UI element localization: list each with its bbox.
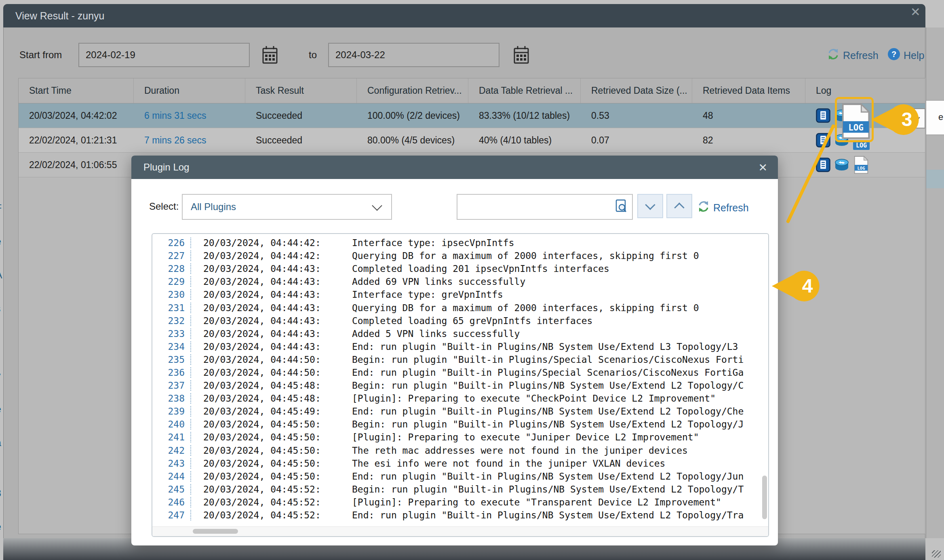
annotation-step-3: 3: [870, 101, 930, 138]
help-button[interactable]: ? Help: [887, 48, 924, 63]
cell-start_time: 22/02/2024, 01:06:55: [19, 153, 134, 177]
log-line-content: 20/03/2024, 04:44:43:Added 69 VPN links …: [190, 276, 768, 287]
horizontal-scrollbar[interactable]: [152, 526, 768, 536]
log-line-content: 20/03/2024, 04:44:43:End: run plugin "Bu…: [190, 341, 768, 352]
horizontal-scrollbar-thumb[interactable]: [193, 529, 238, 534]
close-icon[interactable]: ✕: [758, 161, 767, 174]
log-line-number: 235: [152, 354, 185, 365]
log-line-number: 247: [152, 510, 185, 520]
plugin-log-modal: Plugin Log ✕ Select: All Plugins Refresh…: [131, 156, 778, 545]
to-label: to: [309, 49, 317, 61]
log-line-content: 20/03/2024, 04:44:50:Begin: run plugin "…: [190, 354, 768, 365]
cell-config_retrieval: 80.00% (4/5 devices): [357, 128, 468, 152]
log-line: 24120/03/2024, 04:45:50:[Plugin]: Prepar…: [152, 431, 768, 444]
refresh-label: Refresh: [843, 50, 879, 61]
log-line-number: 245: [152, 484, 185, 495]
log-line: 23320/03/2024, 04:44:43:Added 5 VPN link…: [152, 327, 768, 340]
log-line-number: 242: [152, 445, 185, 456]
help-label: Help: [904, 50, 924, 61]
background-text-fragment: y: [0, 371, 4, 381]
log-line-content: 20/03/2024, 04:45:50:The reth mac addres…: [190, 445, 768, 456]
cell-config_retrieval: 100.00% (2/2 devices): [357, 103, 468, 128]
find-next-button[interactable]: [637, 194, 663, 218]
background-text-fragment: a: [0, 438, 4, 448]
calendar-icon[interactable]: [262, 45, 278, 66]
log-line-number: 238: [152, 393, 185, 404]
modal-refresh-label: Refresh: [713, 202, 749, 214]
background-text-fragment: A: [0, 270, 4, 281]
log-line: 23620/03/2024, 04:44:50:End: run plugin …: [152, 366, 768, 379]
svg-text:LOG: LOG: [848, 123, 864, 133]
refresh-button[interactable]: Refresh: [827, 48, 879, 63]
log-line-content: 20/03/2024, 04:44:43:Interface type: gre…: [190, 289, 768, 300]
column-header[interactable]: Task Result: [245, 78, 357, 103]
log-line-content: 20/03/2024, 04:45:52:[Plugin]: Preparing…: [190, 497, 768, 507]
background-text-fragment: s: [0, 303, 4, 314]
background-text-fragment: t: [0, 337, 4, 348]
log-line: 24020/03/2024, 04:45:50:Begin: run plugi…: [152, 418, 768, 431]
log-file-icon[interactable]: LOG: [853, 156, 869, 174]
find-previous-button[interactable]: [666, 194, 692, 218]
log-line-content: 20/03/2024, 04:45:50:The esi info were n…: [190, 458, 768, 469]
background-text-fragment: e: [0, 404, 4, 415]
column-header[interactable]: Retrieved Data Size (...: [581, 78, 692, 103]
step-3-number: 3: [902, 109, 912, 130]
start-date-field[interactable]: [78, 43, 250, 67]
modal-refresh-button[interactable]: Refresh: [697, 200, 749, 215]
calendar-icon[interactable]: [513, 45, 529, 66]
table-header-row: Start TimeDurationTask ResultConfigurati…: [19, 78, 925, 103]
log-line: 23220/03/2024, 04:44:43:Completed loadin…: [152, 314, 768, 327]
log-line-content: 20/03/2024, 04:44:42:Querying DB for a m…: [190, 251, 768, 261]
column-header[interactable]: Retrieved Data Items: [692, 78, 805, 103]
log-line: 24420/03/2024, 04:45:50:End: run plugin …: [152, 470, 768, 483]
vertical-scrollbar-thumb[interactable]: [762, 476, 767, 519]
resize-grip[interactable]: [932, 550, 941, 558]
log-line-content: 20/03/2024, 04:44:50:End: run plugin "Bu…: [190, 367, 768, 378]
column-header[interactable]: Start Time: [19, 78, 134, 103]
log-line-content: 20/03/2024, 04:45:49:End: run plugin "Bu…: [190, 406, 768, 417]
plugin-log-title: Plugin Log: [143, 162, 189, 173]
log-line-number: 231: [152, 303, 185, 313]
log-line-content: 20/03/2024, 04:44:43:Completed loading 6…: [190, 316, 768, 326]
log-line: 23020/03/2024, 04:44:43:Interface type: …: [152, 288, 768, 301]
close-icon[interactable]: ✕: [910, 5, 921, 19]
plugin-select[interactable]: All Plugins: [182, 194, 392, 220]
plugin-select-value: All Plugins: [191, 201, 236, 213]
log-line-content: 20/03/2024, 04:44:42:Interface type: ips…: [190, 238, 768, 248]
cell-duration[interactable]: 7 mins 26 secs: [134, 128, 245, 152]
log-file-icon[interactable]: LOG: [853, 141, 870, 150]
log-line: 24720/03/2024, 04:45:52:End: run plugin …: [152, 509, 768, 522]
log-line: 22920/03/2024, 04:44:43:Added 69 VPN lin…: [152, 275, 768, 288]
background-text-fragment: e: [0, 236, 4, 247]
log-search-input[interactable]: [457, 195, 615, 219]
column-header[interactable]: Configuration Retriev...: [357, 78, 468, 103]
task-log-icon[interactable]: [816, 108, 830, 123]
log-line: 23520/03/2024, 04:44:50:Begin: run plugi…: [152, 353, 768, 366]
step-4-number: 4: [802, 275, 813, 297]
column-header[interactable]: Duration: [134, 78, 245, 103]
cell-data_size: 0.07: [581, 128, 692, 152]
cell-duration[interactable]: 6 mins 31 secs: [134, 103, 245, 128]
column-header[interactable]: Data Table Retrieval ...: [468, 78, 581, 103]
log-line-number: 232: [152, 316, 185, 326]
log-line: 23420/03/2024, 04:44:43:End: run plugin …: [152, 340, 768, 353]
cell-data_table_retrieval: 40% (4/10 tables): [468, 128, 581, 152]
log-line: 23720/03/2024, 04:45:48:Begin: run plugi…: [152, 379, 768, 392]
log-line-number: 226: [152, 238, 185, 248]
search-doc-icon[interactable]: [615, 199, 627, 215]
log-line-number: 241: [152, 432, 185, 442]
duration-link[interactable]: 7 mins 26 secs: [144, 135, 206, 146]
right-sliver-text: e: [938, 112, 943, 122]
plugin-log-titlebar: Plugin Log: [131, 156, 778, 179]
annotation-step-4: 4: [770, 267, 831, 305]
log-line-number: 244: [152, 471, 185, 482]
background-text-fragment: 3: [0, 488, 4, 499]
log-line-content: 20/03/2024, 04:45:52:End: run plugin "Bu…: [190, 510, 768, 520]
refresh-icon: [697, 200, 710, 215]
end-date-field[interactable]: [328, 43, 499, 67]
log-line: 22720/03/2024, 04:44:42:Querying DB for …: [152, 249, 768, 262]
log-line: 22620/03/2024, 04:44:42:Interface type: …: [152, 236, 768, 249]
duration-link[interactable]: 6 mins 31 secs: [144, 110, 206, 121]
log-line-content: 20/03/2024, 04:45:50:[Plugin]: Preparing…: [190, 432, 768, 442]
chevron-down-icon: [372, 200, 382, 211]
